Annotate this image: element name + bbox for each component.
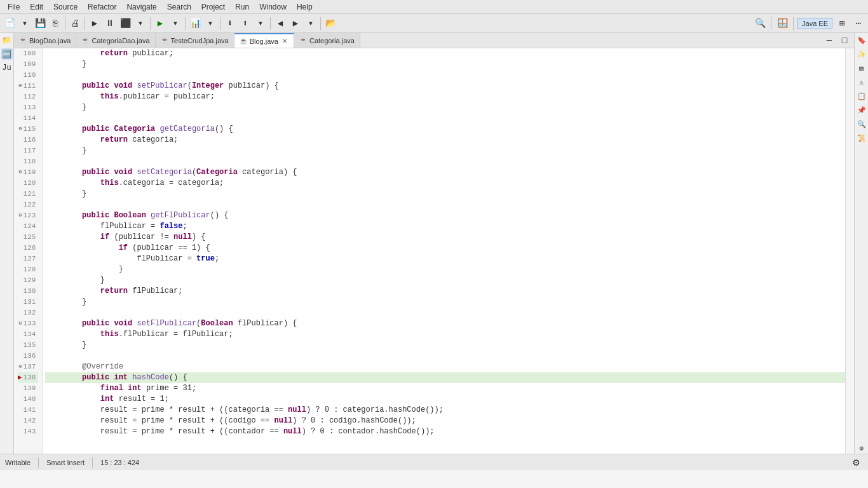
ln-114: 114 xyxy=(18,113,38,124)
menu-search[interactable]: Search xyxy=(162,1,196,13)
views-btn[interactable]: 🪟 xyxy=(775,17,789,30)
code-line-137: @Override xyxy=(45,362,845,372)
tab-categoriadao[interactable]: ☕ CategoriaDao.java xyxy=(76,33,155,48)
ln-141: 141 xyxy=(18,405,38,416)
editor-main: ☕ BlogDao.java ☕ CategoriaDao.java ☕ Tes… xyxy=(14,33,854,454)
scrollbar-minimap[interactable] xyxy=(845,48,854,454)
ln-108: 108 xyxy=(18,48,38,59)
search-results-icon[interactable]: 🔍 xyxy=(856,118,867,130)
stop-btn[interactable]: ⬛ xyxy=(118,17,132,30)
fwd-dropdown[interactable]: ▾ xyxy=(304,17,318,30)
problems-icon[interactable]: ⚠ xyxy=(856,76,867,88)
code-line-141: result = prime * result + ((categoria ==… xyxy=(45,405,845,416)
minimize-editor-btn[interactable]: ─ xyxy=(822,34,836,48)
code-line-115: public Categoria getCategoria() { xyxy=(45,124,845,135)
ln-127: 127 xyxy=(18,254,38,264)
code-line-124: flPublicar = false; xyxy=(45,221,845,232)
menu-file[interactable]: File xyxy=(3,1,25,13)
code-line-133: public void setFlPublicar(Boolean flPubl… xyxy=(45,318,845,329)
tab-blogdao[interactable]: ☕ BlogDao.java xyxy=(14,33,76,48)
status-settings-icon[interactable]: ⚙ xyxy=(849,456,863,470)
menu-help[interactable]: Help xyxy=(292,1,318,13)
open-type-btn[interactable]: 📂 xyxy=(323,17,337,30)
new-dropdown[interactable]: ▾ xyxy=(18,17,32,30)
history-icon[interactable]: 📜 xyxy=(856,132,867,144)
status-writable: Writable xyxy=(5,459,31,466)
bookmarks-icon[interactable]: 🔖 xyxy=(856,34,867,46)
prev-ann[interactable]: ⬆ xyxy=(238,17,252,30)
suspend-btn[interactable]: ⏸ xyxy=(103,17,117,30)
ln-135: 135 xyxy=(18,340,38,351)
ln-140: 140 xyxy=(18,394,38,405)
coverage-dropdown[interactable]: ▾ xyxy=(203,17,217,30)
forward-btn[interactable]: ▶ xyxy=(288,17,302,30)
code-line-109: } xyxy=(45,59,845,70)
ln-133: ⊖133 xyxy=(18,318,38,329)
back-btn[interactable]: ◀ xyxy=(273,17,287,30)
search-btn[interactable]: 🔍 xyxy=(753,17,767,30)
code-line-131: } xyxy=(45,297,845,308)
next-ann[interactable]: ⬇ xyxy=(223,17,237,30)
menu-run[interactable]: Run xyxy=(230,1,254,13)
new-btn[interactable]: 📄 xyxy=(3,17,17,30)
ln-123: ⊖123 xyxy=(18,210,38,221)
code-line-117: } xyxy=(45,146,845,156)
console-icon[interactable]: ▤ xyxy=(856,62,867,74)
perspective-btn[interactable]: ⊞ xyxy=(835,17,849,30)
settings-icon[interactable]: ⚙ xyxy=(856,442,867,454)
code-line-112: this.publicar = publicar; xyxy=(45,92,845,102)
menu-navigate[interactable]: Navigate xyxy=(121,1,161,13)
writable-label: Writable xyxy=(5,459,31,466)
left-panel: 📁 🔤 Ju xyxy=(0,33,14,454)
package-explorer-icon[interactable]: 📁 xyxy=(1,34,13,46)
ln-120: 120 xyxy=(18,178,38,189)
ln-138: ▶138 xyxy=(18,372,38,383)
tab-blog-label: Blog.java xyxy=(250,37,278,45)
menu-source[interactable]: Source xyxy=(48,1,83,13)
menu-project[interactable]: Project xyxy=(196,1,230,13)
ln-137: ⊖137 xyxy=(18,362,38,372)
code-line-119: public void setCategoria(Categoria categ… xyxy=(45,167,845,178)
print-btn[interactable]: 🖨 xyxy=(68,17,82,30)
save-all-btn[interactable]: ⎘ xyxy=(48,17,62,30)
code-line-121: } xyxy=(45,189,845,200)
code-editor[interactable]: 108 109 110 ⊖111 112 113 114 ⊖115 116 11… xyxy=(14,48,854,454)
coverage-btn[interactable]: 📊 xyxy=(188,17,202,30)
tab-testecrud[interactable]: ☕ TesteCrudJpa.java xyxy=(156,33,234,48)
menu-edit[interactable]: Edit xyxy=(25,1,48,13)
editor-area: 📁 🔤 Ju ☕ BlogDao.java ☕ CategoriaDao.jav… xyxy=(0,33,868,454)
status-position: 15 : 23 : 424 xyxy=(100,459,139,466)
tasks-icon[interactable]: ✨ xyxy=(856,48,867,60)
code-content[interactable]: return publicar; } public void setPublic… xyxy=(43,48,845,454)
run-dropdown[interactable]: ▾ xyxy=(168,17,182,30)
ln-134: 134 xyxy=(18,329,38,340)
ln-132: 132 xyxy=(18,308,38,318)
open-perspective-btn[interactable]: ⋯ xyxy=(851,17,865,30)
ann-dropdown[interactable]: ▾ xyxy=(254,17,268,30)
code-line-122 xyxy=(45,200,845,210)
code-line-127: flPublicar = true; xyxy=(45,254,845,264)
declaration-icon[interactable]: 📌 xyxy=(856,104,867,116)
debug-dropdown[interactable]: ▾ xyxy=(133,17,147,30)
ln-129: 129 xyxy=(18,275,38,286)
perspective-label[interactable]: Java EE xyxy=(797,18,832,29)
outline-icon[interactable]: Ju xyxy=(1,62,13,74)
tab-blog[interactable]: ☕ Blog.java ✕ xyxy=(234,33,294,48)
javadoc-icon[interactable]: 📋 xyxy=(856,90,867,102)
type-hierarchy-icon[interactable]: 🔤 xyxy=(1,48,13,60)
ln-122: 122 xyxy=(18,200,38,210)
menu-window[interactable]: Window xyxy=(254,1,292,13)
ln-119: ⊖119 xyxy=(18,167,38,178)
menu-refactor[interactable]: Refactor xyxy=(83,1,121,13)
run-btn[interactable]: ▶ xyxy=(153,17,167,30)
code-line-139: final int prime = 31; xyxy=(45,383,845,394)
tab-categoria[interactable]: ☕ Categoria.java xyxy=(294,33,360,48)
maximize-editor-btn[interactable]: □ xyxy=(837,34,851,48)
code-line-132 xyxy=(45,308,845,318)
save-btn[interactable]: 💾 xyxy=(33,17,47,30)
code-line-140: int result = 1; xyxy=(45,394,845,405)
code-line-123: public Boolean getFlPublicar() { xyxy=(45,210,845,221)
debug-btn[interactable]: ▶ xyxy=(88,17,102,30)
java-file-icon: ☕ xyxy=(81,37,89,44)
tab-blog-close[interactable]: ✕ xyxy=(281,37,288,44)
